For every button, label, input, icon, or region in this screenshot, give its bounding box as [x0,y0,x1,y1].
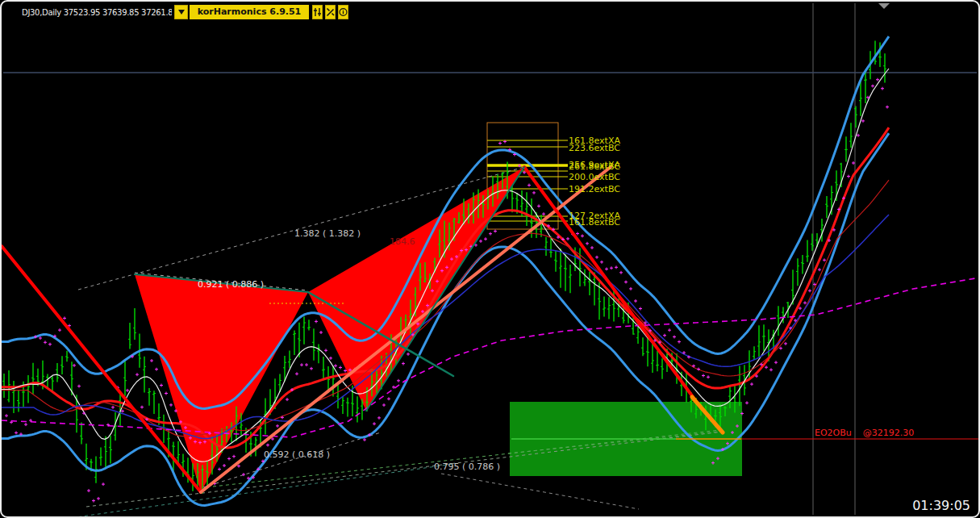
clock-overlay: 01:39:05 [912,498,970,513]
chart-window[interactable]: DJ30,Daily 37523.95 37639.85 37261.85 37… [0,0,980,518]
signal-label: EO2OBu@32192.30 [815,428,914,438]
chart-canvas[interactable] [2,2,978,516]
indicator-title-badge: korHarmonics 6.9.51 [190,5,309,19]
info-button[interactable] [338,5,348,19]
wrench-icon [326,7,335,17]
chevron-down-icon [178,10,185,15]
signal-price: @32192.30 [863,428,915,438]
ratio-label: 184.6 [390,236,415,247]
ratio-label: 0.592 ( 0.618 ) [264,449,330,460]
ratio-label: 0.795 ( 0.786 ) [434,462,500,472]
fib-level-label: 200.0extBC [569,173,620,182]
fib-level-label: 223.6extBC [569,144,620,152]
tools-button[interactable] [325,5,336,19]
toolbar: DJ30,Daily 37523.95 37639.85 37261.85 37… [2,2,978,24]
symbol-ohlc-text: DJ30,Daily 37523.95 37639.85 37261.85 37… [22,8,172,19]
harmonic-settings-button[interactable] [312,5,323,19]
signal-name: EO2OBu [815,428,852,438]
info-icon [339,7,348,17]
sliders-icon [313,7,322,17]
ratio-label: 0.921 ( 0.886 ) [198,279,264,290]
fib-level-label: 161.8extBC [569,218,620,227]
fib-level-label: 261.8extBC [569,162,620,171]
fib-level-label: 191.2extBC [569,185,620,194]
ratio-label: 1.382 ( 1.382 ) [294,228,361,239]
indicator-dropdown-button[interactable] [174,5,188,19]
